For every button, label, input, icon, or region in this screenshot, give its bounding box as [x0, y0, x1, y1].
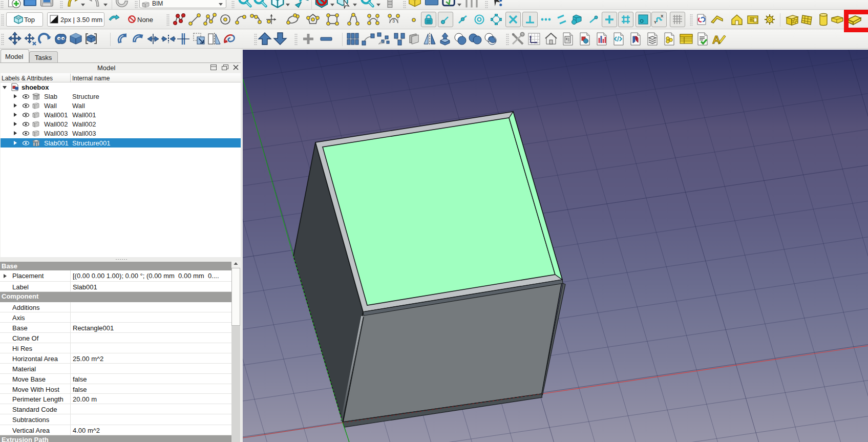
svg-text:A: A: [712, 33, 721, 46]
svg-text:X: X: [661, 14, 664, 18]
svg-text:Y: Y: [654, 20, 657, 25]
svg-text:3: 3: [392, 18, 395, 24]
